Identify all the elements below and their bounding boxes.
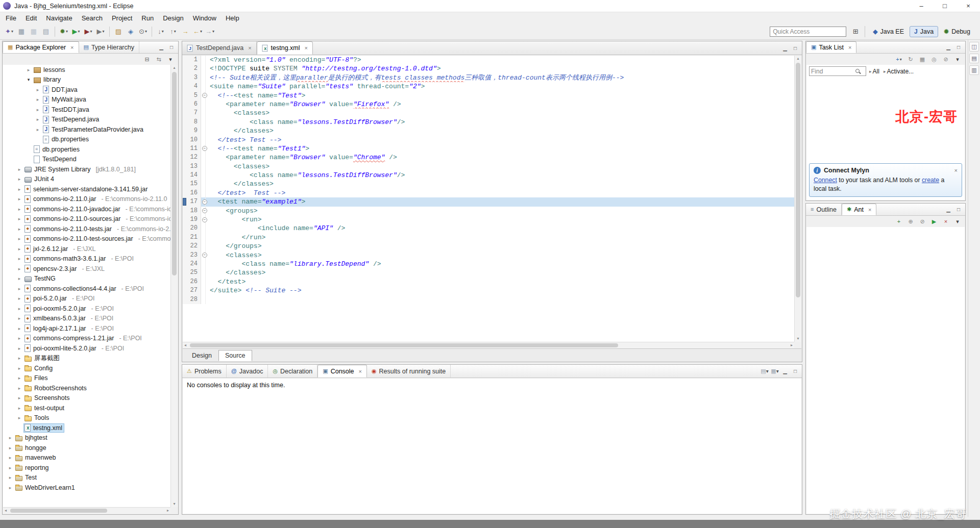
expand-arrow-icon[interactable]: ▸: [15, 167, 23, 172]
line-number[interactable]: 13: [183, 162, 201, 171]
tree-item-label-box[interactable]: Config: [23, 364, 55, 373]
dropdown-arrow-icon[interactable]: ▾: [102, 29, 104, 34]
code-line-1[interactable]: 1<?xml version="1.0" encoding="UTF-8"?>: [183, 56, 794, 64]
code-line-11[interactable]: 11− <!--<test name="Test1">: [183, 144, 794, 153]
search-buildfiles-button[interactable]: ⊕: [906, 217, 915, 226]
tree-item-label-box[interactable]: commons-io-2.11.0-javadoc.jar: [23, 205, 122, 214]
debug-button[interactable]: ✹▾: [58, 26, 69, 38]
quick-access-input[interactable]: [770, 27, 846, 37]
line-number[interactable]: 6: [183, 100, 201, 109]
expand-arrow-icon[interactable]: ▸: [6, 455, 14, 460]
scroll-down-icon[interactable]: ▾: [171, 501, 178, 507]
expand-arrow-icon[interactable]: ▸: [15, 227, 23, 232]
run-target-button[interactable]: ▶: [929, 217, 939, 226]
expand-arrow-icon[interactable]: ▸: [34, 107, 42, 112]
tree-item-label-box[interactable]: commons-io-2.11.0-test-sources.jar: [23, 234, 135, 243]
code-line-18[interactable]: 18− <groups>: [183, 207, 794, 215]
minimize-view-button[interactable]: ▁: [780, 43, 790, 53]
external-tools-button[interactable]: ▶▾: [95, 26, 106, 38]
close-icon[interactable]: ×: [70, 44, 74, 51]
expand-arrow-icon[interactable]: ▸: [15, 395, 23, 400]
code-line-15[interactable]: 15 </classes>: [183, 180, 794, 188]
dropdown-arrow-icon[interactable]: ▾: [145, 29, 147, 34]
tree-item-testddt-java[interactable]: ▸TestDDT.java: [3, 105, 170, 115]
expand-arrow-icon[interactable]: ▸: [15, 326, 23, 331]
maximize-window-button[interactable]: □: [933, 0, 957, 12]
tree-item-label-box[interactable]: poi-ooxml-lite-5.2.0.jar: [23, 344, 99, 353]
line-number[interactable]: 20: [183, 224, 201, 233]
code-line-3[interactable]: 3<!-- Suite相关设置，这里paraller是执行的模式，有tests …: [183, 73, 794, 82]
open-perspective-button[interactable]: ⊞: [850, 26, 861, 38]
code-line-9[interactable]: 9 </classes>: [183, 127, 794, 135]
minimize-view-button[interactable]: ▁: [944, 43, 953, 52]
tree-item-hongge[interactable]: ▸hongge: [3, 443, 170, 453]
minimize-view-button[interactable]: ▁: [780, 367, 790, 376]
run-button[interactable]: ▶▾: [70, 26, 82, 38]
tree-item-label-box[interactable]: DDT.java: [42, 85, 80, 94]
minimized-view-1-button[interactable]: ◫: [969, 42, 979, 52]
expand-arrow-icon[interactable]: ▸: [34, 87, 42, 92]
expand-arrow-icon[interactable]: ▸: [24, 67, 33, 72]
tree-item-屏幕截图[interactable]: ▸屏幕截图: [3, 354, 170, 364]
dropdown-arrow-icon[interactable]: ▾: [90, 29, 92, 34]
tree-item-testng[interactable]: ▸TestNG: [3, 274, 170, 284]
tree-item-commons-io-2-11-0-jar[interactable]: ▸commons-io-2.11.0.jar- E:\commons-io-2.…: [3, 194, 170, 205]
close-icon[interactable]: ×: [305, 45, 308, 51]
code-line-4[interactable]: 4<suite name="Suite" parallel="tests" th…: [183, 82, 794, 91]
editor-horizontal-scrollbar[interactable]: ◂ ▸: [183, 342, 794, 348]
expand-arrow-icon[interactable]: ▸: [15, 316, 23, 321]
view-menu-button[interactable]: ▾: [953, 55, 962, 64]
tree-item-label-box[interactable]: opencsv-2.3.jar: [23, 264, 79, 273]
expand-arrow-icon[interactable]: ▸: [15, 177, 23, 182]
tree-item-label-box[interactable]: Test: [14, 473, 39, 482]
code-line-23[interactable]: 23− <classes>: [183, 251, 794, 260]
tab-task-list[interactable]: ▣Task List×: [806, 41, 856, 53]
line-number[interactable]: 14: [183, 171, 201, 180]
maximize-view-button[interactable]: □: [954, 43, 963, 52]
tree-item-label-box[interactable]: xmlbeans-5.0.3.jar: [23, 314, 88, 323]
new-java-project-button[interactable]: ▨: [113, 26, 124, 38]
code-line-10[interactable]: 10 </test> Test -->: [183, 136, 794, 144]
tab-results-of-running-suite[interactable]: ◉Results of running suite: [367, 365, 451, 378]
scroll-up-icon[interactable]: ▴: [795, 56, 801, 61]
tree-item-jre-system-library[interactable]: ▸JRE System Library[jdk1.8.0_181]: [3, 164, 170, 174]
tree-item-test-output[interactable]: ▸test-output: [3, 403, 170, 413]
tab-console[interactable]: ▣Console×: [317, 365, 367, 378]
line-number[interactable]: 5: [183, 91, 201, 100]
tab-ant[interactable]: ✱Ant×: [842, 204, 876, 215]
expand-arrow-icon[interactable]: ▸: [15, 196, 23, 202]
tree-item-junit-4[interactable]: ▸JUnit 4: [3, 174, 170, 185]
tree-item-screenshots[interactable]: ▸Screenshots: [3, 393, 170, 404]
editor-vertical-scrollbar[interactable]: ▴ ▾: [794, 56, 801, 342]
tree-item-log4j-api-2-17-1-jar[interactable]: ▸log4j-api-2.17.1.jar- E:\POI: [3, 323, 170, 334]
tree-item-label-box[interactable]: jxl-2.6.12.jar: [23, 244, 70, 254]
line-number[interactable]: 26: [183, 278, 201, 286]
display-selected-console-button[interactable]: ▦▾: [770, 367, 779, 376]
expand-arrow-icon[interactable]: ▸: [15, 366, 23, 371]
line-number[interactable]: 11: [183, 144, 201, 153]
link-connect[interactable]: Connect: [814, 177, 837, 184]
expand-arrow-icon[interactable]: ▸: [15, 187, 23, 192]
code-line-2[interactable]: 2<!DOCTYPE suite SYSTEM "http://testng.o…: [183, 64, 794, 73]
tree-item-mavenweb[interactable]: ▸mavenweb: [3, 453, 170, 463]
tree-item-testparameterdataprovider-java[interactable]: ▸TestParameterDataProvider.java: [3, 124, 170, 135]
close-icon[interactable]: ×: [954, 167, 958, 173]
expand-arrow-icon[interactable]: ▸: [34, 97, 42, 102]
maximize-view-button[interactable]: □: [954, 205, 963, 214]
line-number[interactable]: 4: [183, 82, 201, 91]
tree-item-commons-io-2-11-0-sources-jar[interactable]: ▸commons-io-2.11.0-sources.jar- E:\commo…: [3, 214, 170, 224]
line-number[interactable]: 25: [183, 268, 201, 277]
tab-problems[interactable]: ⚠Problems: [182, 365, 227, 378]
add-buildfiles-button[interactable]: +: [894, 217, 903, 226]
tree-item-label-box[interactable]: reportng: [14, 463, 51, 472]
scroll-down-icon[interactable]: ▾: [795, 336, 801, 341]
dropdown-arrow-icon[interactable]: ▾: [66, 29, 68, 34]
tree-item-label-box[interactable]: db.properties: [33, 145, 82, 154]
menu-file[interactable]: File: [1, 13, 21, 23]
print-button[interactable]: ▤: [40, 26, 52, 38]
tree-item-label-box[interactable]: RobotScreenshots: [23, 384, 89, 393]
line-number[interactable]: 7: [183, 109, 201, 117]
tree-item-db-properties[interactable]: db.properties: [3, 135, 170, 145]
tree-item-label-box[interactable]: selenium-server-standalone-3.141.59.jar: [23, 185, 150, 194]
tree-item-label-box[interactable]: Screenshots: [23, 393, 71, 403]
